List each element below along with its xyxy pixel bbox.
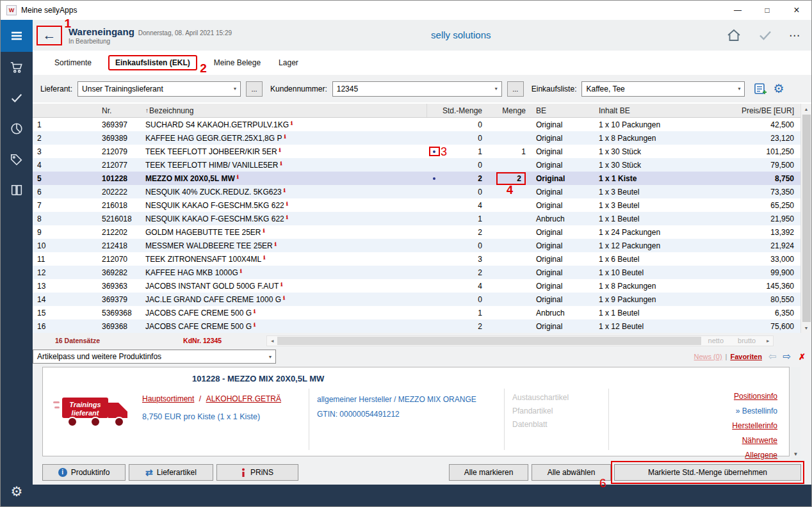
news-link[interactable]: News (0) xyxy=(694,353,722,360)
sidebar-item-aufgaben[interactable] xyxy=(1,83,33,113)
col-inhalt-be[interactable]: Inhalt BE xyxy=(595,106,704,115)
warengruppe-link[interactable]: ALKOHOLFR.GETRÄ xyxy=(206,394,281,403)
article-info-icon[interactable]: ℹ xyxy=(254,322,256,328)
produktinfo-button[interactable]: Produktinfo xyxy=(42,464,126,481)
cell-menge[interactable]: 24 xyxy=(487,172,531,185)
more-menu-icon[interactable]: ⋯ xyxy=(789,29,800,42)
hauptsortiment-link[interactable]: Hauptsortiment xyxy=(142,394,194,403)
col-nr[interactable]: Nr. xyxy=(102,106,145,115)
tab-einkaufslisten[interactable]: Einkaufslisten (EKL) 2 xyxy=(108,55,197,70)
allergene-link[interactable]: Allergene xyxy=(745,451,777,460)
favoriten-link[interactable]: Favoriten xyxy=(730,353,762,360)
next-article-icon[interactable]: ⇨ xyxy=(783,351,792,362)
col-std-menge[interactable]: Std.-Menge xyxy=(441,106,487,115)
article-info-icon[interactable]: ℹ xyxy=(263,255,265,261)
table-row[interactable]: 11 212070 TEEK ZITRONENSAFT 100X4MLℹ 3 O… xyxy=(33,252,800,266)
filter-settings-gear-icon[interactable]: ⚙ xyxy=(773,81,784,96)
productinfo-dropdown[interactable]: Artikelpass und weitere Produktinfos ▼ xyxy=(33,350,276,364)
table-row[interactable]: 15 5369368 JACOBS CAFE CREME 500 Gℹ 1 An… xyxy=(33,306,800,319)
close-button[interactable]: × xyxy=(782,1,811,20)
lieferant-more-button[interactable]: ... xyxy=(246,81,263,97)
kundennummer-more-button[interactable]: ... xyxy=(507,81,524,97)
table-row[interactable]: 3 212079 TEEK TEEFLOTT JOHBEER/KIR 5ERℹ … xyxy=(33,145,800,158)
table-row[interactable]: 9 212202 GOLDM HAGEBUTTE TEE 25ERℹ 2 Ori… xyxy=(33,225,800,239)
brutto-label[interactable]: brutto xyxy=(738,337,756,344)
scroll-right-icon[interactable]: ► xyxy=(763,339,773,343)
article-info-icon[interactable]: ℹ xyxy=(286,201,288,207)
table-row[interactable]: 4 212077 TEEK TEEFLOTT HIMB/ VANILLE5ERℹ… xyxy=(33,158,800,172)
sidebar-item-warenkorb[interactable] xyxy=(1,52,33,83)
table-row[interactable]: 5 101228 MEZZO MIX 20X0,5L MWℹ 2 24 Orig… xyxy=(33,172,800,185)
table-row[interactable]: 2 369389 KAFFEE HAG GEGR.GETR.25X1,8G Pℹ… xyxy=(33,131,800,145)
back-button[interactable]: ← 1 xyxy=(37,26,62,45)
scroll-up-icon[interactable]: ▲ xyxy=(801,104,811,114)
v-scrollbar-thumb[interactable] xyxy=(802,115,811,322)
table-row[interactable]: 16 369368 JACOBS CAFE CREME 500 Gℹ 2 Ori… xyxy=(33,319,800,333)
article-info-icon[interactable]: ℹ xyxy=(284,134,286,140)
table-row[interactable]: 13 369363 JACOBS INSTANT GOLD 500G F.AUT… xyxy=(33,279,800,293)
tab-lager[interactable]: Lager xyxy=(277,56,300,70)
h-scrollbar-thumb[interactable] xyxy=(277,337,701,345)
horizontal-scrollbar[interactable]: ◄ netto brutto ► xyxy=(266,335,774,346)
lieferant-dropdown[interactable]: Unser Trainingslieferant ▼ xyxy=(77,81,241,97)
minimize-button[interactable]: — xyxy=(723,1,752,20)
panel-scrollbar[interactable]: ▼ xyxy=(791,367,800,460)
col-preis[interactable]: Preis/BE [EUR] xyxy=(704,106,800,115)
col-menge[interactable]: Menge xyxy=(487,106,531,115)
article-info-icon[interactable]: ℹ xyxy=(286,214,288,220)
panel-scroll-down-icon[interactable]: ▼ xyxy=(793,451,799,457)
naehrwerte-link[interactable]: Nährwerte xyxy=(742,436,777,445)
article-info-icon[interactable]: ℹ xyxy=(275,241,277,247)
confirm-check-icon[interactable] xyxy=(758,29,772,41)
scroll-left-icon[interactable]: ◄ xyxy=(267,339,277,343)
netto-label[interactable]: netto xyxy=(708,337,724,344)
prins-button[interactable]: PRiNS xyxy=(216,464,298,481)
menu-button[interactable] xyxy=(1,20,33,52)
positionsinfo-link[interactable]: Positionsinfo xyxy=(734,392,777,401)
article-info-icon[interactable]: ℹ xyxy=(280,161,282,166)
bestellinfo-link[interactable]: » Bestellinfo xyxy=(736,406,777,415)
hersteller-line[interactable]: allgemeiner Hersteller / MEZZO MIX ORANG… xyxy=(317,392,504,407)
uebernehmen-button[interactable]: Markierte Std.-Menge übernehmen 6 xyxy=(614,464,801,481)
table-row[interactable]: 14 369379 JAC.LE GRAND CAFE CREME 1000 G… xyxy=(33,293,800,306)
cell-marker[interactable] xyxy=(427,177,441,180)
col-be[interactable]: BE xyxy=(531,106,595,115)
table-row[interactable]: 8 5216018 NESQUIK KAKAO F-GESCHM.5KG 622… xyxy=(33,212,800,225)
sidebar-item-statistik[interactable] xyxy=(1,113,33,144)
alle-markieren-button[interactable]: Alle markieren xyxy=(449,464,528,481)
einkaufsliste-dropdown[interactable]: Kaffee, Tee ▼ xyxy=(581,81,745,97)
maximize-button[interactable]: □ xyxy=(752,1,782,20)
article-info-icon[interactable]: ℹ xyxy=(280,282,282,287)
table-row[interactable]: 1 369397 SUCHARD S4 KAKAOH.GETRPULV.1KGℹ… xyxy=(33,118,800,131)
sidebar-item-angebote[interactable] xyxy=(1,144,33,175)
article-info-icon[interactable]: ℹ xyxy=(237,174,239,180)
table-row[interactable]: 10 212418 MESSMER WALDBEERE TEE 25ERℹ 0 … xyxy=(33,239,800,252)
close-panel-icon[interactable]: ✗ xyxy=(799,352,806,362)
article-info-icon[interactable]: ℹ xyxy=(240,268,242,274)
article-info-icon[interactable]: ℹ xyxy=(279,147,281,153)
vertical-scrollbar[interactable]: ▲ ▼ xyxy=(800,104,811,333)
article-info-icon[interactable]: ℹ xyxy=(283,295,285,301)
table-row[interactable]: 7 216018 NESQUIK KAKAO F-GESCHM.5KG 622ℹ… xyxy=(33,198,800,212)
lieferartikel-button[interactable]: ⇄ Lieferartikel xyxy=(129,464,213,481)
col-bezeichnung[interactable]: ↑ Bezeichnung xyxy=(145,104,427,117)
article-info-icon[interactable]: ℹ xyxy=(291,120,293,126)
article-info-icon[interactable]: ℹ xyxy=(263,228,265,234)
article-info-icon[interactable]: ℹ xyxy=(254,309,256,314)
add-list-icon[interactable] xyxy=(754,83,768,95)
tab-meine-belege[interactable]: Meine Belege xyxy=(213,56,262,70)
prev-article-icon[interactable]: ⇦ xyxy=(768,351,777,362)
bezeichnung-text: NESQUIK KAKAO F-GESCHM.5KG 622 xyxy=(145,201,284,210)
sidebar-item-kataloge[interactable] xyxy=(1,175,33,205)
home-icon[interactable] xyxy=(726,28,742,42)
cell-marker[interactable]: 3 xyxy=(427,147,441,156)
settings-button[interactable]: ⚙ xyxy=(1,477,33,506)
herstellerinfo-link[interactable]: Herstellerinfo xyxy=(732,421,777,430)
kundennummer-dropdown[interactable]: 12345 ▼ xyxy=(332,81,502,97)
tab-sortimente[interactable]: Sortimente xyxy=(53,56,93,70)
scroll-down-icon[interactable]: ▼ xyxy=(801,323,811,333)
table-row[interactable]: 6 202222 NESQUIK 40% ZUCK.REDUZ. 5KG623ℹ… xyxy=(33,185,800,198)
table-row[interactable]: 12 369282 KAFFEE HAG MKB 1000Gℹ 2 Origin… xyxy=(33,266,800,279)
cell-menge[interactable]: 1 xyxy=(487,147,531,156)
article-info-icon[interactable]: ℹ xyxy=(284,188,286,193)
